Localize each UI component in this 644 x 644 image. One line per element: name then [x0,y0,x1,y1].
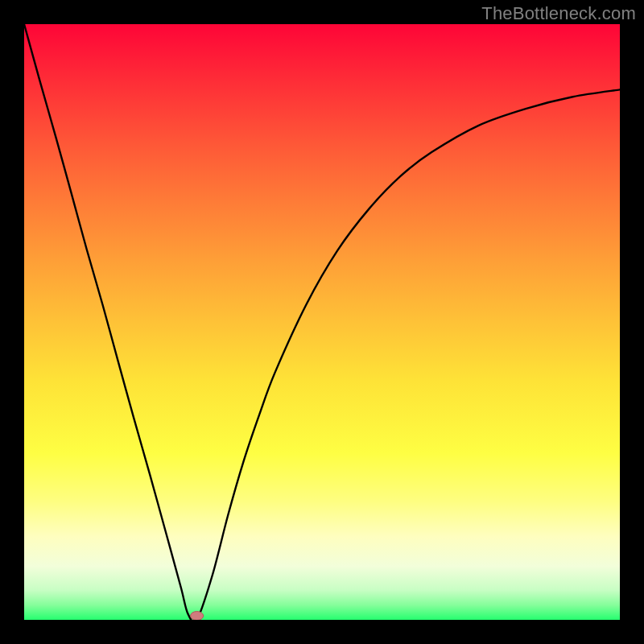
chart-frame: TheBottleneck.com [0,0,644,644]
watermark-label: TheBottleneck.com [481,3,636,24]
chart-svg [24,24,620,620]
gradient-background [24,24,620,620]
plot-area [24,24,620,620]
optimal-marker-icon [191,612,204,621]
